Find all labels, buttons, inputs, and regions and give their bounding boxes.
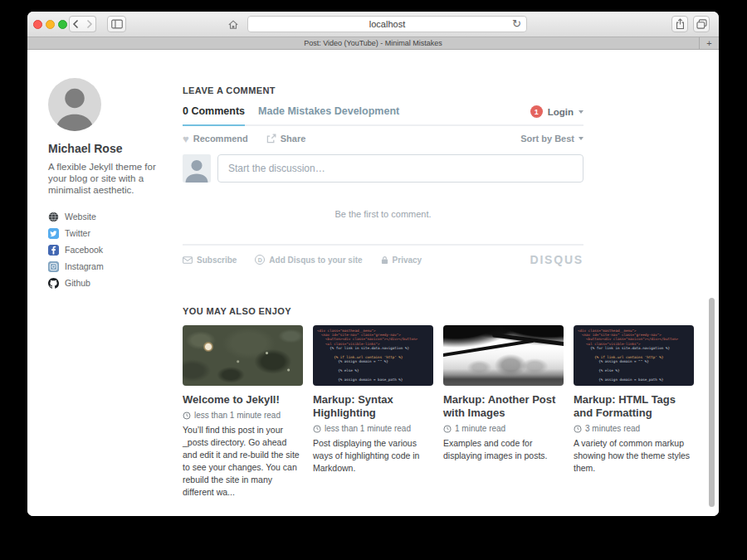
- post-title[interactable]: Markup: Syntax Highlighting: [313, 393, 433, 420]
- chevron-right-icon: [85, 19, 94, 29]
- lock-icon: [381, 256, 388, 265]
- add-disqus-link[interactable]: D Add Disqus to your site: [255, 255, 362, 265]
- post-thumbnail[interactable]: [183, 325, 303, 386]
- recommend-label: Recommend: [193, 134, 248, 144]
- link-label: Website: [65, 212, 96, 222]
- read-time: 1 minute read: [455, 424, 505, 433]
- forward-button[interactable]: [82, 16, 96, 32]
- facebook-icon: [48, 245, 59, 256]
- tab-community[interactable]: Made Mistakes Development: [258, 105, 399, 117]
- author-profile: Michael Rose A flexible Jekyll theme for…: [48, 78, 174, 291]
- comments-section: LEAVE A COMMENT 0 Comments Made Mistakes…: [183, 85, 583, 266]
- read-time: less than 1 minute read: [325, 424, 411, 433]
- comment-editor: [183, 154, 583, 183]
- person-silhouette-icon: [183, 154, 211, 183]
- active-tab-title[interactable]: Post: Video (YouTube) - Minimal Mistakes: [304, 39, 442, 47]
- clock-icon: [574, 425, 582, 433]
- link-label: Instagram: [65, 261, 104, 271]
- tab-bar: Post: Video (YouTube) - Minimal Mistakes…: [27, 37, 719, 50]
- window-controls: [33, 20, 67, 29]
- chevron-left-icon: [71, 19, 81, 29]
- author-links: Website Twitter Facebook Instagram Githu…: [48, 208, 174, 291]
- disqus-logo[interactable]: DISQUS: [530, 253, 583, 266]
- post-title[interactable]: Markup: Another Post with Images: [443, 393, 564, 420]
- post-thumbnail[interactable]: <div class="masthead__menu"> <nav id="si…: [313, 325, 433, 386]
- clock-icon: [313, 425, 321, 433]
- refresh-icon[interactable]: ↻: [512, 17, 521, 30]
- empty-state-message: Be the first to comment.: [183, 209, 583, 219]
- scrollbar-thumb[interactable]: [709, 298, 715, 507]
- avatar: [48, 78, 101, 131]
- sidebar-item-instagram[interactable]: Instagram: [48, 258, 174, 275]
- add-disqus-label: Add Disqus to your site: [269, 256, 362, 265]
- disqus-d-icon: D: [255, 255, 265, 265]
- share-icon: [676, 18, 685, 30]
- sidebar-item-github[interactable]: Github: [48, 275, 174, 291]
- chevron-down-icon: [579, 137, 583, 140]
- clock-icon: [183, 411, 191, 420]
- tree-branch: [443, 339, 535, 358]
- share-button[interactable]: [671, 16, 688, 32]
- related-card: Markup: Another Post with Images 1 minut…: [443, 325, 564, 499]
- disqus-tabs: 0 Comments Made Mistakes Development 1 L…: [183, 105, 583, 126]
- notification-badge: 1: [530, 105, 543, 118]
- related-card: Welcome to Jekyll! less than 1 minute re…: [183, 325, 303, 499]
- disqus-actions: ♥ Recommend Share Sort by Best: [183, 126, 583, 149]
- post-thumbnail[interactable]: [443, 325, 564, 386]
- back-button[interactable]: [69, 16, 83, 32]
- privacy-label: Privacy: [393, 256, 422, 265]
- related-title: YOU MAY ALSO ENJOY: [183, 306, 694, 316]
- sidebar-item-website[interactable]: Website: [48, 208, 174, 225]
- home-button[interactable]: [227, 18, 239, 33]
- privacy-link[interactable]: Privacy: [381, 256, 422, 265]
- zoom-window-button[interactable]: [58, 20, 67, 29]
- subscribe-label: Subscribe: [197, 256, 237, 265]
- url-text: localhost: [369, 19, 405, 29]
- github-icon: [48, 278, 59, 289]
- link-label: Github: [65, 278, 90, 288]
- envelope-icon: [183, 256, 193, 264]
- login-label: Login: [548, 107, 574, 117]
- person-silhouette-icon: [48, 78, 101, 131]
- author-name: Michael Rose: [48, 142, 174, 155]
- comments-title: LEAVE A COMMENT: [183, 85, 583, 95]
- new-tab-button[interactable]: +: [699, 37, 719, 49]
- related-card: <div class="masthead__menu"> <nav id="si…: [313, 325, 433, 499]
- disqus-footer: Subscribe D Add Disqus to your site Priv…: [183, 244, 583, 266]
- post-excerpt: Examples and code for displaying images …: [443, 437, 564, 462]
- related-posts-section: YOU MAY ALSO ENJOY Welcome to Jekyll! le…: [183, 306, 694, 499]
- post-excerpt: A variety of common markup showing how t…: [574, 437, 694, 475]
- tabs-icon: [696, 19, 707, 29]
- sidebar-icon: [111, 19, 123, 29]
- sidebar-item-facebook[interactable]: Facebook: [48, 241, 174, 258]
- sidebar-item-twitter[interactable]: Twitter: [48, 225, 174, 241]
- sort-label: Sort by Best: [520, 134, 574, 144]
- guest-avatar: [183, 154, 211, 183]
- sort-selector[interactable]: Sort by Best: [520, 134, 583, 144]
- login-control[interactable]: 1 Login: [530, 105, 583, 118]
- address-bar[interactable]: localhost ↻: [247, 16, 527, 32]
- tab-comments-count[interactable]: 0 Comments: [183, 105, 245, 126]
- link-label: Facebook: [65, 245, 103, 255]
- post-thumbnail[interactable]: <div class="masthead__menu"> <nav id="si…: [574, 325, 694, 386]
- sidebar-toggle-button[interactable]: [107, 16, 126, 32]
- subscribe-link[interactable]: Subscribe: [183, 256, 237, 265]
- post-title[interactable]: Markup: HTML Tags and Formatting: [574, 393, 694, 420]
- home-icon: [227, 19, 239, 30]
- link-label: Twitter: [65, 228, 90, 238]
- share-discussion-button[interactable]: Share: [266, 134, 306, 144]
- comment-input[interactable]: [217, 154, 583, 183]
- browser-window: localhost ↻ Post: Video (YouTube) - Mini…: [27, 12, 719, 516]
- instagram-icon: [48, 261, 59, 272]
- author-bio: A flexible Jekyll theme for your blog or…: [48, 161, 174, 196]
- read-time: 3 minutes read: [585, 424, 640, 433]
- minimize-window-button[interactable]: [46, 20, 55, 29]
- close-window-button[interactable]: [33, 20, 42, 29]
- recommend-button[interactable]: ♥ Recommend: [183, 134, 248, 144]
- post-title[interactable]: Welcome to Jekyll!: [183, 393, 303, 407]
- share-arrow-icon: [266, 134, 276, 144]
- tab-overview-button[interactable]: [693, 16, 710, 32]
- post-excerpt: Post displaying the various ways of high…: [313, 437, 433, 475]
- heart-icon: ♥: [183, 134, 189, 144]
- chevron-down-icon: [579, 110, 583, 114]
